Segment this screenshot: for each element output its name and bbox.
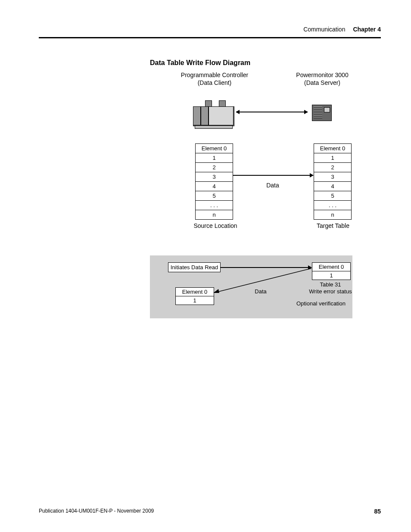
table-row: 1 (196, 153, 233, 163)
server-label-line1: Powermonitor 3000 (296, 72, 348, 78)
data-label: Data (260, 181, 286, 189)
header-rule (39, 37, 381, 38)
header-chapter: Chapter 4 (353, 26, 381, 33)
initiates-box: Initiates Data Read (168, 262, 221, 272)
table-row: 2 (196, 163, 233, 172)
table-row: 1 (314, 153, 352, 163)
table-row: Element 0 (176, 288, 214, 296)
panel-data-label: Data (250, 288, 271, 295)
table-row: Element 0 (196, 144, 233, 153)
page-header: Communication Chapter 4 (39, 26, 381, 33)
source-table: Element 0 1 2 3 4 5 . . . n (195, 143, 233, 220)
data-arrow-icon (233, 175, 313, 176)
optional-label: Optional verification (289, 300, 353, 307)
table-row: n (314, 210, 352, 220)
table-row: 5 (314, 191, 352, 201)
error-table: Element 0 1 (312, 262, 351, 280)
client-label-line2: (Data Client) (198, 79, 232, 86)
server-label-line2: (Data Server) (304, 79, 340, 86)
verification-panel: Initiates Data Read Element 0 1 Table 31… (150, 255, 352, 318)
page-footer: Publication 1404-UM001F-EN-P - November … (39, 508, 381, 515)
table-row: n (196, 210, 233, 220)
table-row: 1 (176, 296, 214, 305)
plc-icon (193, 100, 234, 129)
error-label-line2: Write error status (309, 288, 352, 295)
table-row: 2 (314, 163, 352, 172)
return-table: Element 0 1 (175, 287, 214, 305)
table-row: 4 (196, 182, 233, 191)
table-row: . . . (196, 201, 233, 210)
powermonitor-icon (309, 101, 333, 122)
table-row: Element 0 (312, 263, 351, 271)
bidirectional-arrow-icon (236, 112, 308, 112)
table-row: . . . (314, 201, 352, 210)
client-label-line1: Programmable Controller (181, 72, 248, 78)
error-label-line1: Table 31 (320, 281, 341, 288)
page-number: 85 (374, 508, 381, 515)
table-row: 3 (196, 172, 233, 182)
table-row: 3 (314, 172, 352, 182)
svg-marker-1 (213, 289, 219, 293)
publication-id: Publication 1404-UM001F-EN-P - November … (39, 508, 154, 515)
table-row: 5 (196, 191, 233, 201)
client-label: Programmable Controller (Data Client) (176, 71, 253, 87)
table-row: 1 (312, 271, 351, 280)
table-row: 4 (314, 182, 352, 191)
section-title: Data Table Write Flow Diagram (150, 59, 381, 67)
header-section: Communication (303, 26, 345, 33)
read-arrow-icon (221, 267, 311, 268)
table-row: Element 0 (314, 144, 352, 153)
source-caption: Source Location (190, 222, 241, 230)
flow-diagram: Programmable Controller (Data Client) Po… (150, 71, 352, 243)
server-label: Powermonitor 3000 (Data Server) (283, 71, 361, 87)
target-caption: Target Table (309, 222, 357, 230)
target-table: Element 0 1 2 3 4 5 . . . n (314, 143, 352, 220)
